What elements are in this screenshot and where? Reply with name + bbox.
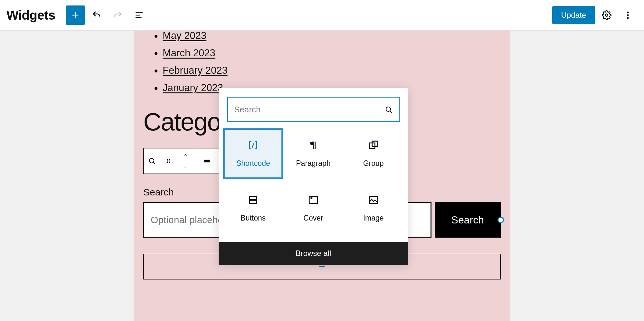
inserter-item-label: Cover [303,214,323,222]
left-toolbar [66,5,149,25]
right-toolbar: Update [552,5,638,25]
chevron-down-icon [183,165,188,170]
svg-point-5 [167,159,168,160]
svg-point-3 [627,17,629,19]
svg-point-0 [605,14,608,16]
inserter-search-input[interactable] [234,105,382,115]
editor-canvas-wrap: May 2023 March 2023 February 2023 Januar… [0,31,644,321]
search-icon [385,106,393,113]
search-submit-button[interactable]: Search [435,202,501,238]
inserter-item-buttons[interactable]: Buttons [223,183,283,234]
more-options-button[interactable] [618,5,638,25]
svg-rect-18 [310,196,312,199]
move-down-button[interactable] [177,161,194,174]
inserter-item-shortcode[interactable]: Shortcode [223,128,283,179]
redo-icon [113,10,123,20]
gear-icon [602,10,611,20]
editor-top-bar: Widgets Update [0,0,644,31]
svg-rect-15 [250,196,257,199]
archive-link[interactable]: January 2023 [163,82,223,93]
list-item: February 2023 [163,65,501,76]
svg-point-6 [169,159,170,160]
inserter-item-label: Shortcode [236,159,270,168]
redo-button[interactable] [108,5,128,25]
inserter-item-cover[interactable]: Cover [283,183,344,234]
svg-point-4 [149,158,154,163]
svg-rect-11 [204,160,210,162]
buttons-icon [248,194,259,205]
align-icon [203,157,211,165]
svg-point-8 [169,160,170,161]
list-item: March 2023 [163,47,501,59]
kebab-icon [623,10,633,20]
search-icon [148,157,156,165]
browse-all-button[interactable]: Browse all [219,242,408,265]
inserter-item-label: Group [363,159,384,168]
inserter-item-label: Buttons [241,214,266,222]
svg-point-7 [167,160,168,161]
inserter-grid: Shortcode Paragraph Group Buttons [219,128,408,242]
shortcode-icon [248,140,259,151]
plus-icon [71,10,80,20]
block-toolbar [143,148,220,174]
inserter-search-box [227,97,400,122]
inserter-item-label: Image [363,214,384,222]
inserter-item-label: Paragraph [296,159,330,168]
svg-point-9 [167,162,168,163]
block-inserter-popover: Shortcode Paragraph Group Buttons [219,88,408,265]
drag-handle-button[interactable] [160,148,177,174]
list-item: May 2023 [163,31,501,42]
inserter-item-image[interactable]: Image [343,183,403,234]
archive-link[interactable]: May 2023 [163,31,206,41]
inserter-item-group[interactable]: Group [343,128,403,179]
list-view-button[interactable] [129,5,149,25]
settings-button[interactable] [597,5,616,25]
cover-icon [308,194,319,205]
inserter-item-paragraph[interactable]: Paragraph [283,128,344,179]
page-title: Widgets [6,8,55,23]
group-icon [368,140,379,151]
drag-handle-icon [166,158,172,164]
svg-point-2 [627,14,629,16]
svg-point-1 [627,12,629,13]
chevron-up-icon [183,152,188,158]
update-button[interactable]: Update [552,6,595,24]
archive-link[interactable]: March 2023 [163,47,215,59]
undo-button[interactable] [87,5,106,25]
block-type-button[interactable] [144,148,160,174]
svg-point-10 [169,162,170,163]
resize-handle[interactable] [497,217,504,223]
move-up-button[interactable] [177,148,194,161]
archives-list: May 2023 March 2023 February 2023 Januar… [163,31,501,94]
image-icon [368,194,379,205]
add-block-toggle-button[interactable] [66,5,85,25]
paragraph-icon [308,140,319,151]
widget-area: May 2023 March 2023 February 2023 Januar… [134,31,510,321]
svg-point-12 [386,107,391,111]
align-button[interactable] [194,148,219,174]
svg-rect-16 [250,200,257,203]
svg-rect-17 [309,196,317,203]
undo-icon [92,10,101,20]
list-view-icon [134,10,144,20]
archive-link[interactable]: February 2023 [163,65,228,76]
